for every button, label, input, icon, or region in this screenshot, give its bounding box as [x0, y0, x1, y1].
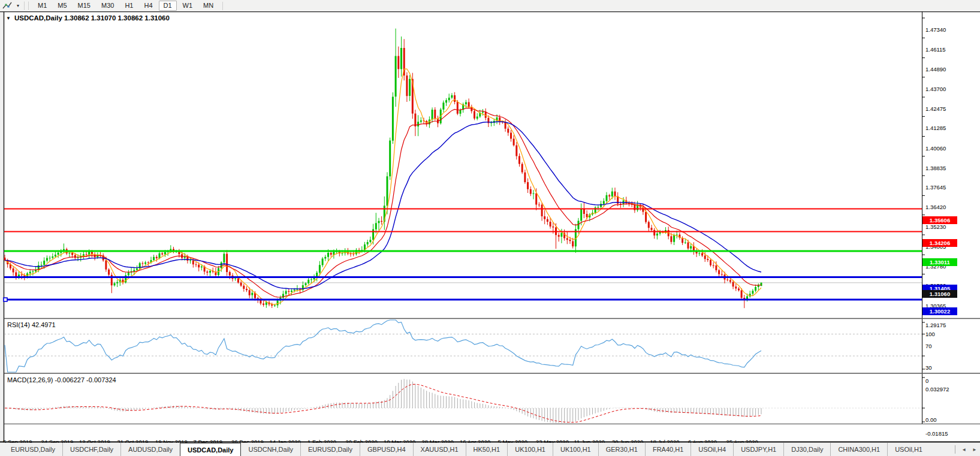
price-tick-label: 1.43700	[925, 86, 946, 92]
timeframe-button-m1[interactable]: M1	[33, 1, 52, 11]
chart-tab-eurusd-daily[interactable]: EURUSD,Daily	[300, 443, 360, 456]
indicators-button[interactable]	[0, 1, 14, 11]
chart-tab-hk50-h1[interactable]: HK50,H1	[466, 443, 508, 456]
mt4-app: { "toolbar": { "timeframes": ["M1","M5",…	[0, 0, 980, 456]
chart-title: ▼ USDCAD,Daily 1.30862 1.31070 1.30862 1…	[6, 14, 170, 22]
price-tick-label: 1.38835	[925, 165, 946, 171]
current-price-tag: 1.31060	[922, 290, 957, 298]
chart-tab-usoil-h4[interactable]: USOil,H4	[690, 443, 733, 456]
tabnav-separator	[955, 445, 955, 454]
timeframe-button-mn[interactable]: MN	[198, 1, 218, 11]
chart-tab-fra40-h1[interactable]: FRA40,H1	[645, 443, 690, 456]
macd-tick-label: 0.032972	[925, 386, 949, 392]
rsi-tick-label: 70	[925, 343, 932, 349]
chart-tabs: EURUSD,DailyUSDCHF,DailyAUDUSD,DailyUSDC…	[0, 443, 930, 456]
chart-window[interactable]: ▼ USDCAD,Daily 1.30862 1.31070 1.30862 1…	[0, 11, 980, 443]
rsi-tick-label: 100	[925, 331, 935, 337]
price-tick-label: 1.35230	[925, 224, 946, 230]
chart-tab-usdcad-daily[interactable]: USDCAD,Daily	[180, 443, 241, 456]
chart-tab-gbpusd-h4[interactable]: GBPUSD,H4	[360, 443, 413, 456]
toolbar-separator	[222, 2, 223, 10]
price-tick-label: 1.36420	[925, 204, 946, 210]
tab-scroll-right-icon[interactable]: ►	[970, 446, 979, 454]
toolbar-grip	[24, 2, 29, 10]
timeframe-button-h1[interactable]: H1	[120, 1, 138, 11]
chart-canvas[interactable]	[0, 11, 980, 443]
timeframe-buttons: M1M5M15M30H1H4D1W1MN	[32, 1, 219, 11]
indicators-dropdown-caret[interactable]: ▾	[14, 1, 22, 11]
chart-tab-usdchf-daily[interactable]: USDCHF,Daily	[62, 443, 120, 456]
timeframe-button-w1[interactable]: W1	[178, 1, 198, 11]
timeframe-button-m5[interactable]: M5	[53, 1, 71, 11]
chart-tab-audusd-daily[interactable]: AUDUSD,Daily	[120, 443, 180, 456]
hline-price-tag: 1.35606	[922, 216, 957, 224]
macd-tick-label: -0.01815	[925, 430, 948, 437]
hline-price-tag: 1.30022	[922, 307, 957, 315]
chart-tab-eurusd-daily[interactable]: EURUSD,Daily	[4, 443, 62, 456]
price-tick-label: 1.47340	[925, 26, 946, 33]
chart-tab-bar: EURUSD,DailyUSDCHF,DailyAUDUSD,DailyUSDC…	[0, 443, 980, 456]
chart-tab-uk100-h1[interactable]: UK100,H1	[507, 443, 553, 456]
chart-tab-china300-h1[interactable]: CHINA300,H1	[830, 443, 887, 456]
timeframe-button-m15[interactable]: M15	[73, 1, 95, 11]
price-tick-label: 1.44890	[925, 66, 946, 73]
hline-price-tag: 1.34206	[922, 239, 957, 247]
chart-tab-xauusd-h1[interactable]: XAUUSD,H1	[413, 443, 466, 456]
chart-title-text: USDCAD,Daily 1.30862 1.31070 1.30862 1.3…	[14, 14, 170, 22]
tab-scroll-left-icon[interactable]: ◄	[960, 446, 968, 454]
rsi-tick-label: 30	[925, 364, 932, 371]
tab-scroll-controls: ◄ ►	[955, 443, 979, 456]
chart-tab-usdcnh-daily[interactable]: USDCNH,Daily	[241, 443, 300, 456]
indicator-zigzag-icon	[2, 1, 12, 11]
hline-price-tag: 1.33011	[922, 258, 957, 266]
macd-label: MACD(12,26,9) -0.006227 -0.007324	[7, 376, 116, 383]
chart-tab-ger30-h1[interactable]: GER30,H1	[598, 443, 645, 456]
price-tick-label: 1.37645	[925, 184, 946, 191]
timeframe-button-d1[interactable]: D1	[159, 1, 177, 11]
symbol-menu-icon[interactable]: ▼	[6, 16, 11, 21]
chart-tab-dj30-daily[interactable]: DJ30,Daily	[783, 443, 830, 456]
timeframe-button-h4[interactable]: H4	[139, 1, 157, 11]
rsi-tick-label: 0	[925, 378, 928, 384]
price-tick-label: 1.46115	[925, 46, 946, 53]
rsi-label: RSI(14) 42.4971	[7, 321, 56, 328]
chart-tab-usdjpy-h1[interactable]: USDJPY,H1	[733, 443, 783, 456]
timeframe-button-m30[interactable]: M30	[97, 1, 119, 11]
price-tick-label: 1.42475	[925, 105, 946, 112]
price-tick-label: 1.29175	[925, 322, 946, 328]
price-tick-label: 1.41285	[925, 125, 946, 131]
chart-tab-uk100-h1[interactable]: UK100,H1	[553, 443, 598, 456]
macd-tick-label: 0.00	[925, 416, 937, 423]
toolbar: ▾ M1M5M15M30H1H4D1W1MN	[0, 0, 980, 12]
chart-tab-usoil-h1[interactable]: USOil,H1	[887, 443, 930, 456]
price-tick-label: 1.40060	[925, 145, 946, 152]
hline-drag-handle	[4, 298, 7, 301]
